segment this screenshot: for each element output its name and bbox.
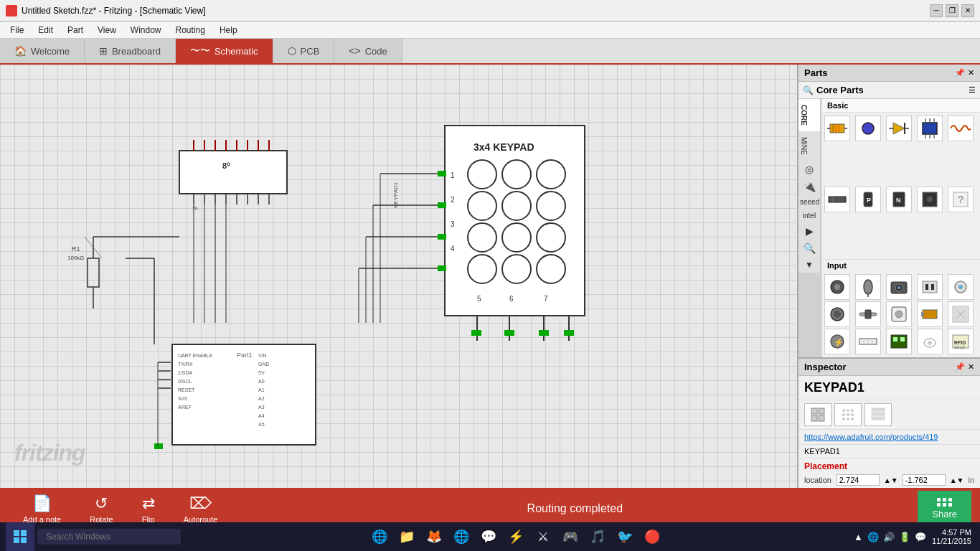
part-probe[interactable]: P xyxy=(855,187,881,212)
menu-help[interactable]: Help xyxy=(212,24,245,37)
cat-core[interactable]: CORE xyxy=(798,99,821,131)
menu-view[interactable]: View xyxy=(90,24,123,37)
part-custom[interactable] xyxy=(948,301,974,327)
flip-button[interactable]: ⇄ Flip xyxy=(128,491,169,527)
taskbar-firefox[interactable]: 🦊 xyxy=(421,524,447,550)
menu-edit[interactable]: Edit xyxy=(31,24,60,37)
svg-rect-49 xyxy=(438,234,446,240)
tray-battery[interactable]: 🔋 xyxy=(899,532,910,542)
tab-welcome[interactable]: 🏠 Welcome xyxy=(0,39,85,63)
cat-contrib[interactable]: 🔌 xyxy=(798,178,821,195)
cat-play[interactable]: ▶ xyxy=(798,222,821,240)
inspector-url[interactable]: https://www.adafruit.com/products/419 xyxy=(798,430,980,445)
inspector-pin-button[interactable]: 📌 xyxy=(955,362,965,372)
tab-schematic[interactable]: 〜〜 Schematic xyxy=(176,39,273,63)
cat-arduino[interactable]: ◎ xyxy=(798,161,821,178)
tab-code[interactable]: <> Code xyxy=(334,39,402,63)
taskbar-app3[interactable]: 🎮 xyxy=(557,524,583,550)
part-resistor[interactable] xyxy=(824,116,850,141)
location-x-input[interactable] xyxy=(837,474,880,486)
part-sensor[interactable] xyxy=(948,274,974,300)
add-note-button[interactable]: 📄 Add a note xyxy=(9,491,75,527)
svg-rect-58 xyxy=(564,330,574,336)
restore-button[interactable]: ❐ xyxy=(946,4,958,17)
taskbar-fritzing[interactable]: 🔴 xyxy=(639,524,665,550)
part-rotary[interactable] xyxy=(824,301,850,327)
svg-rect-147 xyxy=(921,312,924,316)
location-stepper-y[interactable]: ▲▼ xyxy=(950,476,964,484)
part-module[interactable] xyxy=(886,329,912,354)
view-detail-icon[interactable] xyxy=(864,403,892,426)
menu-file[interactable]: File xyxy=(3,24,31,37)
taskbar-chrome[interactable]: 🌐 xyxy=(448,524,474,550)
share-button[interactable]: Share xyxy=(918,491,971,527)
cat-intel[interactable]: intel xyxy=(798,209,821,222)
parts-panel-header: Parts 📌 ✕ xyxy=(798,65,980,82)
close-button[interactable]: ✕ xyxy=(961,4,974,17)
menu-part[interactable]: Part xyxy=(60,24,90,37)
windows-search-input[interactable] xyxy=(37,529,181,545)
part-rfid[interactable]: RFID1D1Z xyxy=(948,329,974,354)
part-pot[interactable] xyxy=(824,274,850,300)
location-stepper-x[interactable]: ▲▼ xyxy=(884,476,898,484)
view-dots-icon[interactable] xyxy=(834,403,862,426)
tab-pcb[interactable]: ⬡ PCB xyxy=(273,39,335,63)
part-ic[interactable] xyxy=(917,116,943,141)
part-slider[interactable] xyxy=(855,301,881,327)
cat-seeed[interactable]: seeed xyxy=(798,195,821,209)
inspector-close-button[interactable]: ✕ xyxy=(968,362,974,372)
cat-mine[interactable]: MINE xyxy=(798,131,821,161)
autoroute-button[interactable]: ⌦ Autoroute xyxy=(169,491,232,527)
menu-routing[interactable]: Routing xyxy=(169,24,212,37)
svg-text:TX/RX: TX/RX xyxy=(178,362,193,367)
svg-point-173 xyxy=(847,413,849,416)
part-inductor[interactable] xyxy=(948,116,974,141)
menu-window[interactable]: Window xyxy=(123,24,169,37)
cat-search[interactable]: 🔍 xyxy=(798,240,821,257)
title-bar-controls[interactable]: ─ ❐ ✕ xyxy=(930,4,974,17)
tray-network[interactable]: 🌐 xyxy=(867,532,879,542)
part-wire[interactable] xyxy=(824,187,850,212)
tray-message[interactable]: 💬 xyxy=(915,532,926,542)
part-capacitor[interactable] xyxy=(855,116,881,141)
taskbar-app4[interactable]: 🎵 xyxy=(585,524,611,550)
part-mic[interactable] xyxy=(855,274,881,300)
tray-up-arrow[interactable]: ▲ xyxy=(854,532,863,542)
part-antenna[interactable] xyxy=(917,329,943,354)
svg-point-161 xyxy=(928,341,932,345)
taskbar-app2[interactable]: ⚔ xyxy=(530,524,556,550)
taskbar-explorer[interactable]: 📁 xyxy=(394,524,420,550)
part-connector2[interactable] xyxy=(917,301,943,327)
rotate-button[interactable]: ↺ Rotate xyxy=(75,491,127,527)
inspector-header-controls[interactable]: 📌 ✕ xyxy=(955,362,974,372)
system-clock[interactable]: 4:57 PM 11/21/2015 xyxy=(932,528,971,545)
schematic-canvas[interactable]: R1 100kΩ 8⁰ S₁ xyxy=(0,65,797,488)
taskbar-edge[interactable]: 🌐 xyxy=(367,524,392,550)
svg-point-134 xyxy=(897,286,900,289)
part-button[interactable] xyxy=(886,301,912,327)
taskbar-apps: 🌐 📁 🦊 🌐 💬 ⚡ ⚔ 🎮 🎵 🐦 🔴 xyxy=(364,524,668,550)
parts-close-button[interactable]: ✕ xyxy=(968,68,974,77)
minimize-button[interactable]: ─ xyxy=(930,4,943,17)
part-camera[interactable] xyxy=(886,274,912,300)
taskbar-msg[interactable]: 💬 xyxy=(476,524,501,550)
tab-breadboard[interactable]: ⊞ Breadboard xyxy=(85,39,176,63)
part-header[interactable] xyxy=(917,274,943,300)
taskbar-app5[interactable]: 🐦 xyxy=(612,524,638,550)
taskbar-app1[interactable]: ⚡ xyxy=(503,524,529,550)
part-black[interactable] xyxy=(917,187,943,212)
svg-text:5V: 5V xyxy=(258,370,265,375)
tray-sound[interactable]: 🔊 xyxy=(883,532,895,542)
parts-menu-icon[interactable]: ☰ xyxy=(969,85,976,95)
part-unknown[interactable]: ? xyxy=(948,187,974,212)
part-piezo[interactable]: ⚡ xyxy=(824,329,850,354)
cat-more[interactable]: ▼ xyxy=(798,257,821,273)
part-nano[interactable]: N xyxy=(886,187,912,212)
view-grid-icon[interactable] xyxy=(804,403,831,426)
part-led[interactable] xyxy=(886,116,912,141)
parts-header-controls[interactable]: 📌 ✕ xyxy=(955,68,974,77)
start-button[interactable] xyxy=(6,522,34,551)
part-bar[interactable] xyxy=(855,329,881,354)
parts-pin-button[interactable]: 📌 xyxy=(955,68,965,77)
location-y-input[interactable] xyxy=(903,474,946,486)
